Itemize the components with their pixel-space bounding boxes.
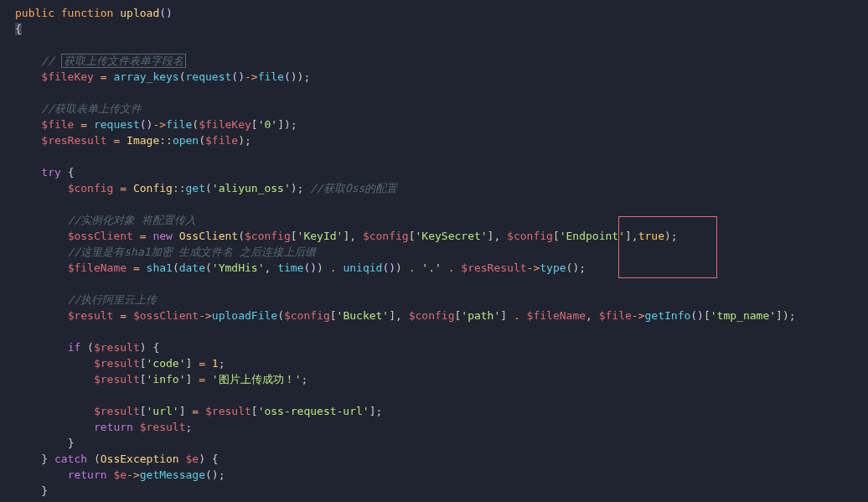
number: 1 (212, 357, 219, 370)
code-editor[interactable]: public function upload() { // 获取上传文件表单字段… (0, 5, 868, 499)
keyword-catch: catch (54, 453, 87, 465)
class-name: OssException (101, 453, 179, 465)
keyword-return: return (94, 421, 133, 433)
variable: $ossClient (68, 230, 133, 242)
class-name: OssClient (179, 230, 238, 242)
function-call: request (186, 70, 232, 83)
comment: //这里是有sha1加密 生成文件名 之后连接上后缀 (68, 246, 317, 258)
function-call: request (94, 118, 140, 131)
keyword-try: try (41, 166, 60, 179)
function-call: file (166, 118, 192, 131)
variable: $fileKey (41, 70, 94, 83)
keyword-if: if (68, 341, 81, 354)
comment: //获取Oss的配置 (310, 182, 397, 194)
variable: $file (41, 118, 74, 131)
keyword-public: public (15, 7, 54, 19)
comment: //执行阿里云上传 (68, 293, 158, 306)
function-call: file (258, 70, 284, 83)
function-name: upload (120, 7, 159, 19)
string: 'aliyun_oss' (212, 182, 291, 194)
method: get (186, 182, 205, 194)
variable: $fileKey (199, 118, 251, 131)
comment: //实例化对象 将配置传入 (68, 214, 196, 226)
variable: $config (68, 182, 114, 194)
variable: $file (205, 134, 238, 147)
string: '0' (258, 118, 277, 131)
class-name: Image (127, 134, 159, 147)
boolean: true (638, 230, 664, 242)
method: open (173, 134, 199, 147)
paren: () (159, 7, 173, 19)
comment: // (41, 54, 60, 67)
operator: = (101, 70, 107, 83)
brace-selected: { (15, 23, 22, 35)
variable: $result (68, 309, 114, 322)
variable: $resResult (41, 134, 106, 147)
keyword-function: function (61, 7, 114, 19)
class-name: Config (133, 182, 173, 194)
keyword-new: new (152, 230, 172, 242)
variable: $fileName (68, 261, 127, 274)
comment: //获取表单上传文件 (41, 102, 142, 115)
code-block: public function upload() { // 获取上传文件表单字段… (0, 5, 868, 499)
keyword-return: return (68, 468, 107, 481)
function-call: array_keys (113, 70, 178, 83)
comment-highlighted: 获取上传文件表单字段名 (61, 54, 186, 68)
